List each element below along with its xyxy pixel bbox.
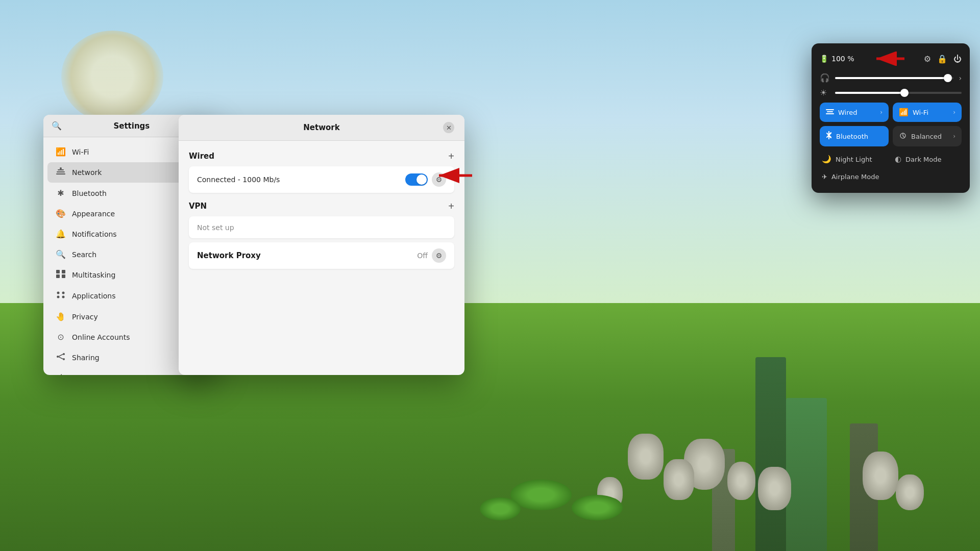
- headphone-icon: 🎧: [820, 73, 830, 83]
- stone-6: [758, 467, 791, 510]
- notifications-icon: 🔔: [56, 229, 66, 239]
- svg-rect-4: [56, 270, 60, 273]
- battery-percent: 100 %: [831, 55, 854, 63]
- wired-toggle[interactable]: [405, 173, 428, 186]
- dark-mode-label: Dark Mode: [905, 156, 941, 163]
- svg-point-10: [57, 296, 60, 298]
- sidebar-item-notifications-label: Notifications: [72, 230, 117, 238]
- wired-quick-icon: [826, 108, 834, 117]
- bluetooth-quick-label: Bluetooth: [836, 133, 868, 140]
- privacy-icon: 🤚: [56, 312, 66, 321]
- svg-rect-23: [826, 113, 834, 114]
- battery-section: 🔋 100 %: [820, 55, 854, 63]
- quick-icons: ⚙ 🔒 ⏻: [924, 54, 962, 64]
- close-button[interactable]: ✕: [443, 122, 454, 133]
- sun-blob: [61, 31, 163, 122]
- sidebar-item-applications-label: Applications: [72, 292, 116, 300]
- airplane-mode-button[interactable]: ✈ Airplane Mode: [820, 169, 962, 185]
- sidebar-item-privacy-label: Privacy: [72, 313, 98, 321]
- quick-settings-panel: 🔋 100 % ⚙ 🔒 ⏻ 🎧 ›: [812, 43, 970, 193]
- proxy-section: Network Proxy Off ⚙: [189, 242, 454, 269]
- dark-mode-button[interactable]: ◐ Dark Mode: [893, 151, 962, 168]
- pillar-1: [755, 357, 786, 551]
- airplane-mode-icon: ✈: [822, 173, 827, 181]
- proxy-label: Network Proxy: [197, 251, 261, 260]
- bluetooth-quick-button[interactable]: Bluetooth: [820, 126, 889, 146]
- network-header: Network ✕: [179, 115, 464, 141]
- svg-rect-21: [826, 109, 834, 110]
- proxy-controls: Off ⚙: [417, 248, 446, 263]
- settings-icon[interactable]: ⚙: [924, 54, 931, 64]
- svg-rect-1: [58, 169, 64, 170]
- network-title: Network: [200, 123, 443, 132]
- vpn-status-item: Not set up: [189, 216, 454, 238]
- vpn-section-header: VPN +: [189, 201, 454, 211]
- stone-8: [896, 474, 924, 510]
- lock-icon[interactable]: 🔒: [937, 54, 947, 64]
- wired-quick-button[interactable]: Wired ›: [820, 103, 889, 122]
- online-accounts-icon: ⊙: [56, 332, 66, 342]
- svg-rect-7: [62, 274, 65, 278]
- wifi-icon: 📶: [56, 147, 66, 157]
- balanced-quick-button[interactable]: Balanced ›: [893, 126, 962, 146]
- svg-point-9: [62, 292, 65, 294]
- pillar-2: [786, 398, 827, 551]
- volume-fill: [835, 77, 948, 79]
- proxy-settings-button[interactable]: ⚙: [432, 248, 446, 263]
- wired-connection-item: Connected - 1000 Mb/s ⚙: [189, 166, 454, 193]
- volume-slider[interactable]: [835, 77, 953, 79]
- network-icon: [56, 167, 66, 178]
- sound-icon: [56, 373, 66, 375]
- svg-line-16: [59, 357, 63, 359]
- proxy-status: Off: [417, 252, 428, 260]
- add-wired-button[interactable]: +: [448, 151, 454, 161]
- brightness-thumb[interactable]: [900, 89, 909, 97]
- wifi-quick-label: Wi-Fi: [913, 109, 928, 116]
- brightness-icon: ☀: [820, 88, 830, 97]
- search-sidebar-icon: 🔍: [56, 249, 66, 259]
- volume-thumb[interactable]: [944, 74, 952, 82]
- balanced-quick-icon: [899, 132, 907, 141]
- night-light-icon: 🌙: [822, 155, 831, 164]
- airplane-mode-label: Airplane Mode: [831, 173, 879, 181]
- stone-7: [863, 452, 898, 500]
- svg-point-8: [57, 292, 60, 294]
- sidebar-item-sharing-label: Sharing: [72, 354, 100, 362]
- sidebar-item-sound-label: Sound: [72, 374, 94, 375]
- wired-section-title: Wired: [189, 152, 214, 161]
- svg-rect-0: [57, 171, 65, 172]
- red-arrow-wired: [434, 166, 475, 187]
- wifi-quick-icon: 📶: [899, 108, 909, 117]
- wired-connection-label: Connected - 1000 Mb/s: [197, 176, 280, 184]
- battery-icon: 🔋: [820, 55, 828, 63]
- vpn-status-label: Not set up: [197, 223, 234, 232]
- quick-toggles: 🌙 Night Light ◐ Dark Mode: [820, 151, 962, 168]
- wifi-quick-button[interactable]: 📶 Wi-Fi ›: [893, 103, 962, 122]
- svg-rect-2: [56, 173, 65, 174]
- sidebar-item-multitasking-label: Multitasking: [72, 271, 115, 279]
- wired-quick-label: Wired: [838, 109, 857, 116]
- brightness-slider[interactable]: [835, 92, 962, 94]
- sidebar-item-appearance-label: Appearance: [72, 210, 115, 218]
- appearance-icon: 🎨: [56, 209, 66, 218]
- add-vpn-button[interactable]: +: [448, 201, 454, 211]
- svg-rect-6: [56, 274, 60, 278]
- sidebar-item-wifi-label: Wi-Fi: [72, 148, 89, 156]
- quick-panel-top: 🔋 100 % ⚙ 🔒 ⏻: [820, 52, 962, 66]
- stone-2: [664, 459, 694, 500]
- network-window: Network ✕ Wired + Connected - 1000 Mb/s …: [179, 115, 464, 375]
- svg-rect-22: [827, 111, 833, 112]
- svg-rect-5: [62, 270, 65, 273]
- proxy-item[interactable]: Network Proxy Off ⚙: [189, 242, 454, 269]
- power-icon[interactable]: ⏻: [953, 54, 962, 64]
- balanced-quick-label: Balanced: [911, 133, 942, 140]
- red-arrow-settings: [871, 52, 907, 66]
- sidebar-item-search-label: Search: [72, 251, 96, 259]
- night-light-button[interactable]: 🌙 Night Light: [820, 151, 889, 168]
- multitasking-icon: [56, 270, 66, 280]
- volume-expand-icon[interactable]: ›: [959, 74, 962, 82]
- search-icon[interactable]: 🔍: [52, 121, 62, 131]
- balanced-quick-arrow: ›: [953, 133, 955, 140]
- sidebar-item-network-label: Network: [72, 168, 102, 177]
- svg-point-11: [62, 296, 65, 298]
